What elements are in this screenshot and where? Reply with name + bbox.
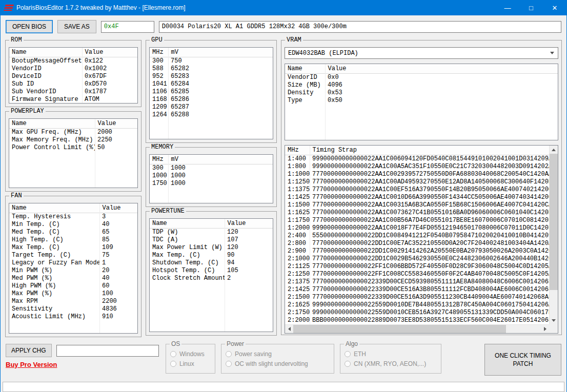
table-row[interactable]: Firmware SignatureATOM — [9, 96, 137, 104]
table-row[interactable]: 116865286 — [150, 96, 273, 104]
table-row[interactable]: Max Power Limit (W)120 — [150, 244, 273, 252]
vram-info-listview[interactable]: Name Value VendorID0x0Size (MB)4096Densi… — [285, 64, 558, 140]
powerplay-listview[interactable]: Name Value Max GPU Freq. (MHz)2000Max Me… — [9, 118, 138, 188]
horizontal-scroll-thumb[interactable] — [293, 325, 506, 333]
table-row[interactable]: Max GPU Freq. (MHz)2000 — [9, 128, 137, 136]
table-row[interactable]: Power Control Limit (%)50 — [9, 144, 137, 152]
open-bios-button[interactable]: OPEN BIOS — [6, 20, 53, 33]
column-header-name[interactable]: Name — [9, 48, 82, 57]
table-row[interactable]: Acoustic Limit (MHz)910 — [9, 313, 137, 321]
table-row[interactable]: Hotspot Temp. (C)105 — [150, 267, 273, 275]
table-row[interactable]: Max PWM (%)100 — [9, 290, 137, 298]
table-row[interactable]: Type0x50 — [285, 97, 558, 105]
powertune-listview[interactable]: Name Value TDP (W)120TDC (A)107Max Power… — [149, 218, 273, 332]
column-header-mv[interactable]: mV — [168, 48, 273, 57]
vertical-scrollbar[interactable] — [549, 146, 558, 324]
maximize-button[interactable]: □ — [519, 0, 543, 15]
table-row[interactable]: 2:2000BBB00000000000022889D0073EE8D53805… — [285, 317, 549, 324]
table-row[interactable]: TDC (A)107 — [150, 236, 273, 244]
table-row[interactable]: 1:137577700000000000022AA1C00EF516A37905… — [285, 186, 549, 194]
table-row[interactable]: High Temp. (C)85 — [9, 236, 137, 244]
table-row[interactable]: 2:150077700000000000022339D00CE516A3D905… — [285, 294, 549, 301]
table-row[interactable]: TDP (W)120 — [150, 228, 273, 236]
table-row[interactable]: 104165284 — [150, 80, 273, 88]
table-row[interactable]: 1:40099900000000000022AA1C006094120FD054… — [285, 155, 549, 163]
close-button[interactable]: ✕ — [543, 0, 566, 15]
table-row[interactable]: 1:200099900000000000022AA1C0018F77E4FD05… — [285, 224, 549, 232]
minimize-button[interactable]: — — [496, 0, 519, 15]
column-header-name[interactable]: Name — [9, 203, 99, 213]
table-row[interactable]: 1:125077700000000000022AA1C00AD495932705… — [285, 178, 549, 186]
table-row[interactable]: Density0x53 — [285, 89, 558, 97]
scroll-down-icon[interactable] — [550, 316, 558, 324]
table-row[interactable]: 120965287 — [150, 104, 273, 111]
fan-listview[interactable]: Name Value Temp. Hysteresis3Min Temp. (C… — [9, 203, 138, 334]
scroll-right-icon[interactable] — [541, 325, 549, 333]
vertical-scroll-thumb[interactable] — [550, 154, 558, 290]
table-row[interactable]: 2:90077700000000000022DD1C00291414262A20… — [285, 247, 549, 255]
column-header-value[interactable]: Value — [225, 219, 273, 228]
table-row[interactable]: Shutdown Temp. (C)94 — [150, 259, 273, 267]
apply-input[interactable] — [56, 345, 159, 357]
column-header-mhz[interactable]: MHz — [150, 48, 168, 57]
column-header-value[interactable]: Value — [99, 203, 137, 213]
table-row[interactable]: Med PWM (%)40 — [9, 275, 137, 282]
save-as-button[interactable]: SAVE AS — [57, 20, 96, 33]
horizontal-scrollbar[interactable] — [285, 324, 549, 333]
table-row[interactable]: 1:80099900000000000022AA1C00A5AC351F1055… — [285, 163, 549, 171]
table-row[interactable]: 300750 — [150, 57, 273, 65]
column-header-name[interactable]: Name — [285, 64, 325, 73]
table-row[interactable]: 2:175099900000000000022559D0010CEB516A39… — [285, 309, 549, 317]
scroll-up-icon[interactable] — [550, 146, 558, 154]
scroll-left-icon[interactable] — [285, 325, 293, 333]
table-row[interactable]: Sensitivity4836 — [9, 305, 137, 313]
rom-listview[interactable]: Name Value BootupMessageOffset0x122Vendo… — [9, 47, 138, 104]
table-row[interactable]: Med Temp. (C)65 — [9, 229, 137, 236]
table-row[interactable]: Clock Stretch Amount2 — [150, 275, 273, 282]
table-row[interactable]: Max RPM2200 — [9, 298, 137, 305]
column-header-mhz[interactable]: MHz — [285, 146, 310, 155]
table-row[interactable]: 1:162577700000000000022AA1C0073627C41B05… — [285, 209, 549, 217]
table-row[interactable]: 2:112577700000000000022FF1C006BBD572F405… — [285, 263, 549, 271]
memory-listview[interactable]: MHz mV 30010001000100017501000 — [149, 154, 273, 203]
table-row[interactable]: Max Temp. (C)90 — [150, 252, 273, 259]
column-header-value[interactable]: Value — [325, 64, 558, 73]
table-row[interactable]: 126465288 — [150, 111, 273, 119]
table-row[interactable]: Max Memory Freq. (MHz)2250 — [9, 136, 137, 144]
hex-offset-input[interactable] — [101, 21, 154, 33]
apply-chg-button[interactable]: APPLY CHG — [6, 344, 52, 357]
table-row[interactable]: Size (MB)4096 — [285, 81, 558, 89]
table-row[interactable]: DeviceID0x67DF — [9, 73, 137, 80]
bios-description-input[interactable] — [159, 21, 561, 33]
timing-strap-listview[interactable]: MHz Timing Strap 1:40099900000000000022A… — [285, 145, 558, 334]
column-header-value[interactable]: Value — [82, 48, 137, 57]
table-row[interactable]: Min PWM (%)20 — [9, 267, 137, 275]
table-row[interactable]: 58865282 — [150, 65, 273, 73]
column-header-value[interactable]: Value — [95, 119, 137, 128]
table-row[interactable]: Sub ID0xD570 — [9, 80, 137, 88]
column-header-timing-strap[interactable]: Timing Strap — [310, 146, 549, 155]
table-row[interactable]: 110665285 — [150, 88, 273, 96]
table-row[interactable]: Target Temp. (C)75 — [9, 252, 137, 259]
table-row[interactable]: 95265283 — [150, 73, 273, 80]
table-row[interactable]: 2:80077700000000000022DD1C00E7AC35221055… — [285, 240, 549, 247]
vram-module-select[interactable]: EDW4032BAB (ELPIDA) — [285, 47, 558, 59]
column-header-name[interactable]: Name — [9, 119, 95, 128]
title-bar[interactable]: PolarisBiosEditor 1.7.2 tweaked by Mattt… — [1, 0, 566, 15]
table-row[interactable]: 2:40055500000000000022DD1C0084941212F054… — [285, 232, 549, 240]
table-row[interactable]: Legacy or Fuzzy Fan Mode1 — [9, 259, 137, 267]
table-row[interactable]: VendorID0x1002 — [9, 65, 137, 73]
column-header-mhz[interactable]: MHz — [150, 155, 168, 164]
table-row[interactable]: Sub VendorID0x1787 — [9, 88, 137, 96]
table-row[interactable]: Max Temp. (C)109 — [9, 244, 137, 252]
table-row[interactable]: 2:162599900000000000022559D0010DE7B44805… — [285, 301, 549, 309]
column-header-mv[interactable]: mV — [168, 155, 273, 164]
gpu-listview[interactable]: MHz mV 300750588652829526528310416528411… — [149, 47, 273, 139]
table-row[interactable]: 3001000 — [150, 164, 273, 172]
table-row[interactable]: 1:150077700000000000022AA1C00315A6B3CA05… — [285, 201, 549, 209]
one-click-timing-patch-button[interactable]: ONE CLICK TIMING PATCH — [484, 344, 561, 376]
table-row[interactable]: 1:100077700000000000022AA1C0029395727505… — [285, 171, 549, 178]
table-row[interactable]: BootupMessageOffset0x122 — [9, 57, 137, 65]
table-row[interactable]: 1:175077700000000000022AA1C00B56A7D46C05… — [285, 217, 549, 224]
table-row[interactable]: 2:125077700000000000022FF1C008CC55834605… — [285, 271, 549, 278]
